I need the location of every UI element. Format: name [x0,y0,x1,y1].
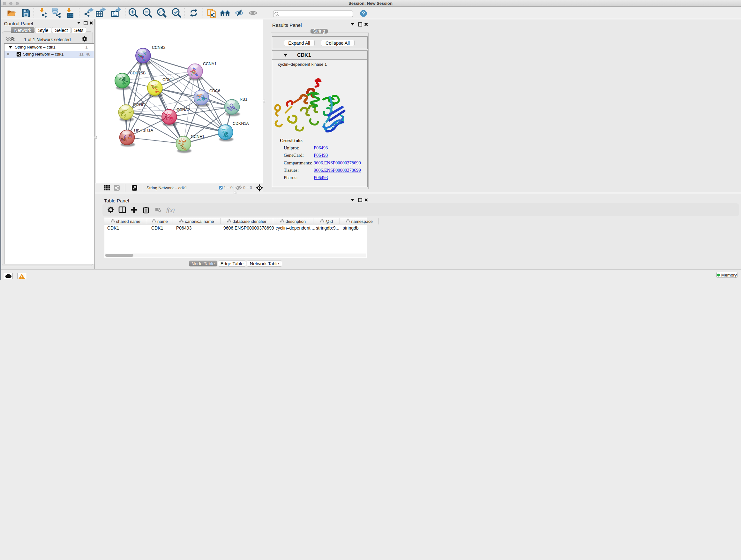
svg-text:RB1: RB1 [240,97,247,102]
svg-text:CCNE1: CCNE1 [191,134,204,139]
svg-text:CCNA2: CCNA2 [177,108,190,112]
svg-text:f(x): f(x) [166,206,175,213]
svg-text:CCNA1: CCNA1 [203,62,216,66]
svg-text:?: ? [362,11,365,16]
svg-text:HIST1H1A: HIST1H1A [134,128,153,132]
svg-text:CDC25B: CDC25B [130,71,145,75]
svg-text:1 – 0: 1 – 0 [224,186,232,190]
svg-text:CCNB1: CCNB1 [133,103,147,107]
svg-text:CCNB2: CCNB2 [152,45,165,50]
svg-text:CDKN1A: CDKN1A [232,121,249,126]
svg-text:CDC6: CDC6 [209,89,220,93]
svg-text:String Network – cdk1: String Network – cdk1 [146,185,187,190]
svg-text:CDK1: CDK1 [162,78,173,82]
svg-text:0 – 0: 0 – 0 [243,186,252,190]
